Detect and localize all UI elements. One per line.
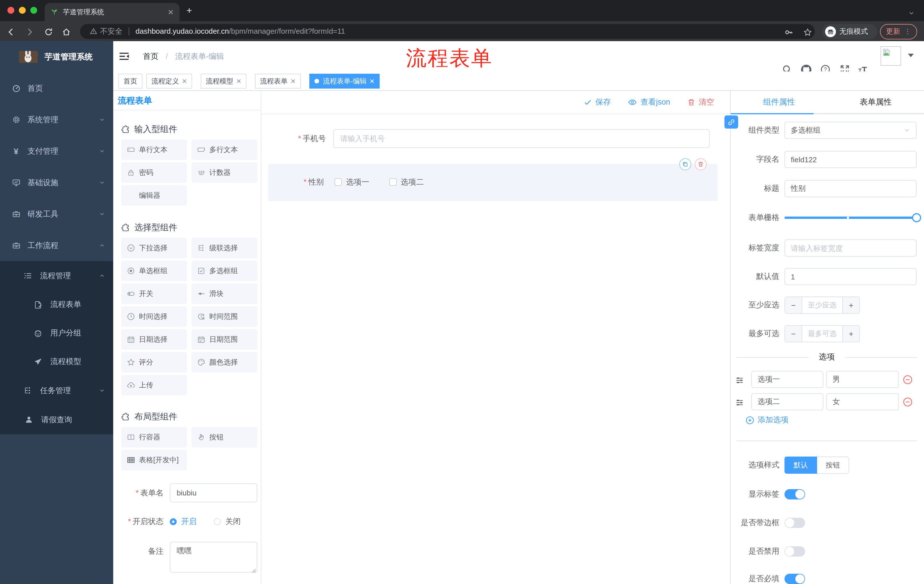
tag-process-definition[interactable]: 流程定义✕ (146, 74, 192, 89)
clear-button[interactable]: 清空 (687, 97, 714, 107)
close-icon[interactable]: ✕ (182, 74, 187, 88)
add-option-button[interactable]: 添加选项 (746, 415, 789, 425)
tab-component-props[interactable]: 组件属性 (731, 91, 827, 113)
component-slider[interactable]: 滑块 (191, 283, 257, 304)
status-on-label[interactable]: 开启 (181, 517, 197, 527)
field-name-input[interactable] (784, 151, 917, 168)
reload-icon[interactable] (44, 26, 53, 36)
decrease-button[interactable]: − (785, 297, 802, 313)
component-checkbox-group[interactable]: 多选框组 (191, 261, 257, 281)
sidebar-item-workflow[interactable]: 工作流程 (0, 230, 113, 261)
option2-label-input[interactable] (751, 393, 823, 410)
status-on-radio[interactable] (170, 518, 177, 525)
avatar[interactable] (881, 46, 901, 66)
forward-icon[interactable] (25, 26, 34, 36)
slider-handle[interactable] (912, 213, 921, 222)
component-multi-line-text[interactable]: 多行文本 (191, 140, 257, 160)
remove-option-button[interactable] (903, 396, 912, 407)
sidebar-item-process-model[interactable]: 流程模型 (0, 347, 113, 376)
min-select-value[interactable]: 至少应选 (802, 297, 842, 313)
security-badge[interactable]: 不安全 (90, 26, 122, 36)
avatar-caret-icon[interactable] (908, 54, 914, 57)
new-tab-button[interactable]: + (186, 6, 192, 15)
breadcrumb-home[interactable]: 首页 (143, 52, 158, 61)
component-counter[interactable]: 计数器 (191, 162, 257, 183)
component-row-container[interactable]: 行容器 (121, 427, 187, 447)
increase-button[interactable]: + (842, 297, 860, 313)
tag-process-model[interactable]: 流程模型✕ (201, 74, 246, 89)
sidebar-item-devtools[interactable]: 研发工具 (0, 198, 113, 230)
tab-form-props[interactable]: 表单属性 (827, 91, 924, 113)
traffic-zoom-button[interactable] (30, 7, 37, 14)
form-grid-slider[interactable] (784, 217, 917, 219)
close-icon[interactable]: ✕ (236, 74, 241, 88)
save-button[interactable]: 保存 (584, 97, 610, 107)
resize-handle[interactable] (252, 569, 256, 573)
sidebar-item-pay[interactable]: ¥ 支付管理 (0, 135, 113, 167)
increase-button[interactable]: + (842, 326, 860, 342)
title-input[interactable] (784, 180, 917, 197)
copy-component-button[interactable] (679, 158, 691, 170)
component-time-range[interactable]: 时间范围 (191, 306, 257, 327)
browser-tab[interactable]: 芋道管理系统 ✕ (45, 3, 180, 21)
view-json-button[interactable]: 查看json (628, 97, 670, 107)
component-time-picker[interactable]: 时间选择 (121, 306, 187, 327)
traffic-minimize-button[interactable] (19, 7, 26, 14)
tab-close-icon[interactable]: ✕ (168, 8, 174, 16)
component-radio-group[interactable]: 单选框组 (121, 261, 187, 281)
component-select[interactable]: 下拉选择 (121, 238, 187, 258)
option2-value-input[interactable] (826, 393, 899, 410)
component-editor[interactable]: 编辑器 (121, 185, 187, 206)
sidebar-item-infra[interactable]: 基础设施 (0, 167, 113, 198)
status-off-radio[interactable] (214, 518, 221, 525)
component-cascader[interactable]: 级联选择 (191, 238, 257, 258)
link-button[interactable] (724, 115, 738, 128)
browser-menu-icon[interactable]: ⋮ (904, 29, 911, 34)
delete-component-button[interactable] (695, 158, 707, 170)
sidebar-item-leave-query[interactable]: 请假查询 (0, 405, 113, 434)
component-table[interactable]: 表格[开发中] (121, 450, 187, 470)
home-icon[interactable] (62, 26, 71, 36)
chrome-update-button[interactable]: 更新 ⋮ (880, 24, 917, 39)
gender-option1-label[interactable]: 选项一 (346, 177, 370, 187)
selected-checkbox-component[interactable]: *性别 选项一 选项二 (268, 164, 718, 201)
gender-option2-label[interactable]: 选项二 (401, 177, 424, 187)
gender-option2-checkbox[interactable] (389, 178, 397, 186)
bookmark-star-icon[interactable] (804, 27, 812, 36)
component-color-picker[interactable]: 颜色选择 (191, 352, 257, 373)
close-icon[interactable]: ✕ (370, 74, 375, 88)
traffic-close-button[interactable] (7, 7, 14, 14)
phone-input[interactable] (333, 129, 710, 148)
remove-option-button[interactable] (903, 374, 912, 385)
tab-search-chevron-icon[interactable] (908, 7, 915, 18)
sidebar-item-home[interactable]: 首页 (0, 72, 113, 104)
required-switch[interactable] (784, 574, 805, 584)
drag-handle-icon[interactable] (735, 375, 744, 385)
disabled-switch[interactable] (784, 546, 805, 556)
max-select-value[interactable]: 最多可选 (802, 326, 842, 342)
component-button[interactable]: 按钮 (191, 427, 257, 447)
show-label-switch[interactable] (784, 489, 805, 499)
app-logo-row[interactable]: 芋道管理系统 (0, 41, 113, 72)
tag-home[interactable]: 首页 (118, 74, 142, 89)
decrease-button[interactable]: − (785, 326, 802, 342)
address-bar[interactable]: 不安全 dashboard.yudao.iocoder.cn/bpm/manag… (80, 24, 815, 39)
style-default-button[interactable]: 默认 (784, 457, 817, 474)
form-remark-textarea[interactable]: 嘿嘿 (170, 542, 257, 572)
component-date-range[interactable]: 日期范围 (191, 329, 257, 350)
password-key-icon[interactable] (784, 27, 793, 36)
status-off-label[interactable]: 关闭 (225, 517, 241, 527)
sidebar-item-process-mgmt[interactable]: 流程管理 (0, 261, 113, 290)
option1-label-input[interactable] (751, 371, 823, 388)
component-type-select[interactable]: 多选框组 (784, 122, 917, 139)
gender-option1-checkbox[interactable] (335, 178, 342, 186)
sidebar-item-system[interactable]: 系统管理 (0, 104, 113, 135)
component-switch[interactable]: 开关 (121, 283, 187, 304)
component-upload[interactable]: 上传 (121, 375, 187, 395)
style-button-button[interactable]: 按钮 (817, 457, 849, 474)
drag-handle-icon[interactable] (735, 397, 744, 408)
component-password[interactable]: 密码 (121, 162, 187, 183)
tag-process-form-edit[interactable]: 流程表单-编辑✕ (309, 74, 380, 89)
close-icon[interactable]: ✕ (290, 74, 295, 88)
form-name-input[interactable] (170, 484, 257, 502)
